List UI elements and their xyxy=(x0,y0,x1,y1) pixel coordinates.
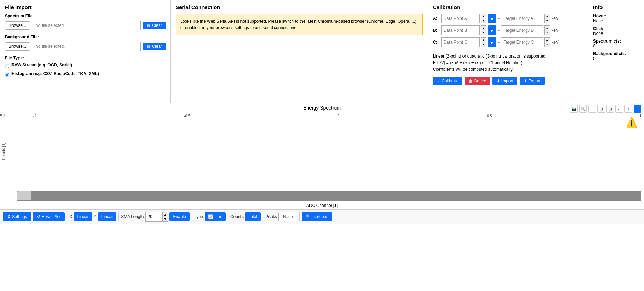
chart-container: Energy Spectrum 📷 🔍 + ⊞ ⊡ ↔ ↕ ⋯ Counts [… xyxy=(0,103,644,209)
calib-arrow-a[interactable]: ▶ xyxy=(488,14,496,23)
calibration-actions: ✓ Calibrate 🗑 Delete ⬇ Import ⬆ Export xyxy=(433,77,583,85)
sma-spinner: ▲ ▼ xyxy=(163,212,168,222)
calib-target-spinner-b-up[interactable]: ▲ xyxy=(545,26,550,30)
chart-title: Energy Spectrum xyxy=(0,103,644,113)
sma-input[interactable] xyxy=(145,212,163,222)
type-line-button[interactable]: 📈 Line xyxy=(205,212,226,221)
y-type-button[interactable]: Linear xyxy=(98,212,116,221)
calib-dbl-arrow-b: » xyxy=(498,28,500,32)
filetype-histogram-radio[interactable] xyxy=(5,73,9,77)
calib-spinner-c-down[interactable]: ▼ xyxy=(481,42,486,47)
chart-vzoom-button[interactable]: ↕ xyxy=(624,105,632,113)
sma-spinner-down[interactable]: ▼ xyxy=(163,217,168,221)
calib-target-spinner-b: ▲ ▼ xyxy=(544,25,550,35)
calibrate-button[interactable]: ✓ Calibrate xyxy=(433,77,462,85)
background-browse-button[interactable]: Browse... xyxy=(5,42,30,51)
spectrum-file-input[interactable] xyxy=(32,21,141,30)
x-type-button[interactable]: Linear xyxy=(74,212,92,221)
serial-warning-box: Looks like the Web Serial API is not sup… xyxy=(176,14,423,35)
calib-spinner-b-up[interactable]: ▲ xyxy=(481,26,486,30)
calib-target-spinner-a-down[interactable]: ▼ xyxy=(545,18,550,23)
filetype-raw-radio[interactable] xyxy=(5,64,9,68)
calibration-panel: Calibration A: ▲ ▼ ▶ » ▲ ▼ keV B: ▲ ▼ xyxy=(428,0,588,103)
serial-warning-text: Looks like the Web Serial API is not sup… xyxy=(180,19,416,30)
calib-dbl-arrow-c: » xyxy=(498,40,500,44)
calib-target-spinner-b-down[interactable]: ▼ xyxy=(545,30,550,35)
calib-data-c[interactable] xyxy=(441,37,480,47)
chart-grid-button[interactable]: ⊞ xyxy=(597,105,605,113)
sma-spinner-up[interactable]: ▲ xyxy=(163,212,168,217)
calib-target-spinner-c-down[interactable]: ▼ xyxy=(545,42,550,47)
reset-plot-button[interactable]: ↺ Reset Plot xyxy=(33,212,65,221)
background-clear-button[interactable]: 🗑 Clear xyxy=(143,43,166,50)
chart-zoom-button[interactable]: 🔍 xyxy=(579,105,587,113)
calib-data-a[interactable] xyxy=(441,14,480,23)
chart-plot-area[interactable]: 4 cts 3 2 1 0 -1 ⚠️ -1 xyxy=(8,113,641,190)
y-label-static: Y xyxy=(94,214,97,219)
import-button[interactable]: ⬇ Import xyxy=(492,77,517,85)
divider-2 xyxy=(118,212,119,221)
settings-button[interactable]: ⚙ Settings xyxy=(3,212,31,221)
calib-spinner-a-up[interactable]: ▲ xyxy=(481,14,486,18)
calib-target-c[interactable] xyxy=(501,37,543,47)
spectrum-browse-button[interactable]: Browse... xyxy=(5,21,30,30)
chart-screenshot-button[interactable]: 📷 xyxy=(570,105,578,113)
file-type-label: File Type: xyxy=(5,55,166,60)
calib-spinner-c-up[interactable]: ▲ xyxy=(481,38,486,42)
divider-4 xyxy=(228,212,228,221)
x-tick-0: 0 xyxy=(338,114,340,118)
calib-target-spinner-c: ▲ ▼ xyxy=(544,37,550,47)
bottom-toolbar: ⚙ Settings ↺ Reset Plot X Linear Y Linea… xyxy=(0,209,644,224)
spectrum-clear-button[interactable]: 🗑 Clear xyxy=(143,22,166,29)
spectrum-cts-info: Spectrum cts: 0 xyxy=(593,39,639,48)
chart-more-button[interactable]: ⋯ xyxy=(634,105,641,113)
calib-spinner-a-down[interactable]: ▼ xyxy=(481,18,486,23)
calib-arrow-b[interactable]: ▶ xyxy=(488,25,496,35)
calib-desc-3: Coefficients will be computed automatica… xyxy=(433,66,583,73)
calib-unit-b: keV xyxy=(551,28,559,33)
isotopes-button[interactable]: 🔍 Isotopes xyxy=(302,212,332,221)
calib-desc-2: E[keV] = c₁ x² + c₂ x + c₃ (x ... Channe… xyxy=(433,60,583,66)
hover-value: None xyxy=(593,18,603,23)
chart-scrollbar-thumb[interactable] xyxy=(17,191,31,200)
click-value: None xyxy=(593,31,603,36)
calib-spinner-a: ▲ ▼ xyxy=(481,14,486,23)
calib-spinner-b-down[interactable]: ▼ xyxy=(481,30,486,35)
serial-connection-title: Serial Connection xyxy=(176,4,423,10)
calib-target-spinner-a-up[interactable]: ▲ xyxy=(545,14,550,18)
chart-add-button[interactable]: + xyxy=(588,105,596,113)
calib-dbl-arrow-a: » xyxy=(498,16,500,21)
chart-scrollbar[interactable] xyxy=(17,191,641,201)
background-file-input[interactable] xyxy=(32,42,141,51)
calib-arrow-c[interactable]: ▶ xyxy=(488,37,496,47)
divider-3 xyxy=(192,212,192,221)
delete-button[interactable]: 🗑 Delete xyxy=(465,77,490,85)
peaks-none-button[interactable]: None xyxy=(278,212,298,221)
chart-fit-button[interactable]: ⊡ xyxy=(606,105,614,113)
spectrum-cts-value: 0 xyxy=(593,44,596,48)
calib-label-c: C: xyxy=(433,40,440,45)
hover-label: Hover: xyxy=(593,14,639,18)
sma-enable-button[interactable]: Enable xyxy=(169,212,189,221)
calib-target-b[interactable] xyxy=(501,25,543,35)
background-cts-value: 0 xyxy=(593,56,596,61)
background-label: Background File: xyxy=(5,35,166,39)
export-button[interactable]: ⬆ Export xyxy=(520,77,545,85)
chart-hzoom-button[interactable]: ↔ xyxy=(615,105,623,113)
spectrum-clear-label: Clear xyxy=(152,23,162,28)
filetype-histogram-row: Histogram (e.g. CSV, RadiaCode, TKA, XML… xyxy=(5,71,166,78)
divider-6 xyxy=(299,212,300,221)
calib-target-spinner-c-up[interactable]: ▲ xyxy=(545,38,550,42)
counts-total-button[interactable]: Total xyxy=(245,212,261,221)
calib-target-a[interactable] xyxy=(501,14,543,23)
background-cts-label: Background cts: xyxy=(593,51,639,56)
x-label-static: X xyxy=(69,214,72,219)
chart-inner[interactable]: ⚠️ xyxy=(21,113,641,113)
gridline-0 xyxy=(21,113,641,113)
y-tick-3: 3 xyxy=(0,128,5,132)
spectrum-label: Spectrum File: xyxy=(5,14,166,18)
x-axis-label: ADC Channel [1] xyxy=(0,202,644,209)
x-tick-1: 1 xyxy=(639,114,641,118)
trash-icon: 🗑 xyxy=(146,23,151,28)
calib-data-b[interactable] xyxy=(441,25,480,35)
